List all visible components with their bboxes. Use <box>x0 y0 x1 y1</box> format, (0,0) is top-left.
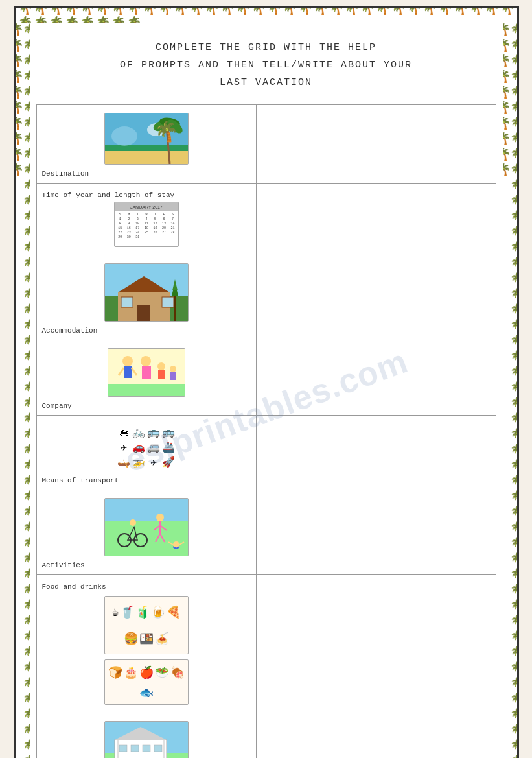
transport-icon-canoe: 🛶 <box>117 456 130 469</box>
svg-rect-52 <box>143 745 150 752</box>
activities-cell-left: Activities <box>37 490 257 574</box>
activities-label: Activities <box>42 562 85 569</box>
destination-label: Destination <box>42 170 89 178</box>
border-left: 🌴🌴🌴🌴🌴🌴🌴🌴🌴🌴🌴🌴🌴🌴🌴🌴🌴🌴🌴🌴🌴🌴🌴🌴🌴🌴🌴🌴🌴🌴🌴🌴🌴🌴🌴🌴🌴🌴🌴🌴… <box>16 8 30 758</box>
building-image <box>104 721 189 758</box>
svg-rect-28 <box>158 370 165 379</box>
destination-image-wrapper <box>42 110 251 167</box>
cabin-image <box>104 263 189 322</box>
svg-rect-53 <box>154 745 162 752</box>
svg-point-4 <box>147 123 167 136</box>
svg-rect-15 <box>162 297 174 307</box>
row-time: Time of year and length of stay JANUARY … <box>37 184 496 255</box>
title-line2: OF PROMPTS AND THEN TELL/WRITE ABOUT YOU… <box>43 56 490 74</box>
transport-label: Means of transport <box>42 477 119 484</box>
destination-cell-left: Destination <box>37 105 257 183</box>
food-emoji-drink: 🥤 <box>120 605 134 619</box>
calendar-header: JANUARY 2017 <box>115 202 178 211</box>
building-image-wrapper <box>42 718 251 758</box>
food-emoji-cake: 🎂 <box>124 665 138 680</box>
company-cell-right <box>257 340 495 415</box>
row-activities: Activities <box>37 490 496 575</box>
food-emoji-juice: 🧃 <box>135 605 150 619</box>
beach-image <box>104 113 189 165</box>
activities-image <box>104 498 189 556</box>
title-line3: LAST VACATION <box>43 74 490 91</box>
transport-icons-grid: 🏍 🚲 🚌 🚌 ✈ 🚗 🚐 🚢 🛶 🚁 ✈ 🚀 <box>115 423 178 471</box>
time-label: Time of year and length of stay <box>42 191 175 199</box>
row-accommodation: Accommodation <box>37 255 496 340</box>
svg-point-25 <box>141 356 151 366</box>
row-destination: Destination <box>37 105 496 184</box>
calendar-grid: S M T W T F S 1 2 3 4 5 <box>115 211 178 241</box>
transport-icon-plane: ✈ <box>117 441 130 454</box>
transport-icon-bus1: 🚌 <box>147 426 160 439</box>
svg-point-37 <box>156 514 164 521</box>
row-food: Food and drinks ☕ 🥤 🧃 🍺 🍕 🍔 🍱 🍝 <box>37 575 496 713</box>
svg-rect-20 <box>108 384 185 397</box>
svg-rect-1 <box>105 145 189 151</box>
visits-cell-right <box>257 713 495 758</box>
food-emoji-meat: 🍖 <box>170 665 185 680</box>
food-image: ☕ 🥤 🧃 🍺 🍕 🍔 🍱 🍝 <box>104 596 189 654</box>
food-cell-right <box>257 575 495 713</box>
food-emoji-salad: 🥗 <box>155 665 169 680</box>
food-emoji-bread: 🍞 <box>108 665 122 680</box>
destination-cell-right <box>257 105 495 183</box>
visits-cell-left: Visits <box>37 713 257 758</box>
accommodation-label: Accommodation <box>42 327 98 335</box>
activities-cell-right <box>257 490 495 574</box>
transport-icon-helicopter: 🚁 <box>132 456 145 469</box>
svg-rect-55 <box>117 740 119 758</box>
food-label: Food and drinks <box>42 583 106 591</box>
time-cell-right <box>257 184 495 255</box>
svg-rect-22 <box>124 366 132 378</box>
transport-icon-van: 🚐 <box>147 441 160 454</box>
svg-rect-56 <box>163 740 165 758</box>
svg-rect-26 <box>142 366 151 379</box>
page: 🌴🌴🌴🌴🌴🌴🌴🌴🌴🌴🌴🌴🌴🌴🌴🌴🌴🌴🌴🌴🌴🌴🌴🌴🌴🌴🌴🌴🌴🌴🌴🌴🌴🌴🌴🌴🌴🌴🌴🌴… <box>14 6 519 758</box>
family-image-wrapper <box>42 346 251 399</box>
food-emoji-coffee: ☕ <box>111 605 119 619</box>
svg-rect-2 <box>105 151 189 165</box>
vacation-grid: Destination Time of year and length of s… <box>36 104 496 758</box>
transport-cell-left: 🏍 🚲 🚌 🚌 ✈ 🚗 🚐 🚢 🛶 🚁 ✈ 🚀 Means of tran <box>37 416 257 490</box>
row-visits: Visits <box>37 713 496 758</box>
row-company: Company <box>37 340 496 416</box>
svg-rect-13 <box>137 305 150 322</box>
accommodation-cell-left: Accommodation <box>37 255 257 340</box>
family-image <box>108 348 185 397</box>
cabin-image-wrapper <box>42 261 251 324</box>
transport-icon-bus2: 🚌 <box>162 426 175 439</box>
row-transport: 🏍 🚲 🚌 🚌 ✈ 🚗 🚐 🚢 🛶 🚁 ✈ 🚀 Means of tran <box>37 416 496 490</box>
food-cell-left: Food and drinks ☕ 🥤 🧃 🍺 🍕 🍔 🍱 🍝 <box>37 575 257 713</box>
company-cell-left: Company <box>37 340 257 415</box>
accommodation-cell-right <box>257 255 495 340</box>
food-image-wrapper: ☕ 🥤 🧃 🍺 🍕 🍔 🍱 🍝 <box>42 593 251 657</box>
transport-icon-motorcycle: 🏍 <box>117 426 130 439</box>
svg-rect-50 <box>119 745 127 752</box>
title-line1: COMPLETE THE GRID WITH THE HELP <box>43 39 490 56</box>
food-emoji-burger: 🍔 <box>124 632 138 646</box>
time-cell-left: Time of year and length of stay JANUARY … <box>37 184 257 255</box>
svg-rect-14 <box>121 297 133 307</box>
transport-icon-rocket: 🚀 <box>162 456 175 469</box>
transport-icon-ship: 🚢 <box>162 441 175 454</box>
svg-point-29 <box>170 366 176 372</box>
food-emoji-pizza: 🍕 <box>167 605 181 619</box>
food-emoji-sushi: 🍱 <box>139 632 154 646</box>
calendar-image-wrapper: JANUARY 2017 S M T W T F S 1 2 <box>42 199 251 250</box>
food-emoji-pasta: 🍝 <box>155 632 169 646</box>
food-emoji-fish: 🐟 <box>139 685 154 700</box>
svg-point-36 <box>130 519 136 526</box>
svg-point-27 <box>157 362 165 370</box>
title-section: COMPLETE THE GRID WITH THE HELP OF PROMP… <box>36 29 496 104</box>
svg-point-21 <box>122 356 133 366</box>
svg-rect-31 <box>105 498 188 521</box>
svg-rect-51 <box>131 745 139 752</box>
svg-rect-30 <box>170 372 176 380</box>
food-emoji-beer: 🍺 <box>151 605 165 619</box>
border-right: 🌴🌴🌴🌴🌴🌴🌴🌴🌴🌴🌴🌴🌴🌴🌴🌴🌴🌴🌴🌴🌴🌴🌴🌴🌴🌴🌴🌴🌴🌴🌴🌴🌴🌴🌴🌴🌴🌴🌴🌴… <box>503 8 517 758</box>
food-emoji-fruit: 🍎 <box>139 665 154 680</box>
transport-icon-bike: 🚲 <box>132 426 145 439</box>
